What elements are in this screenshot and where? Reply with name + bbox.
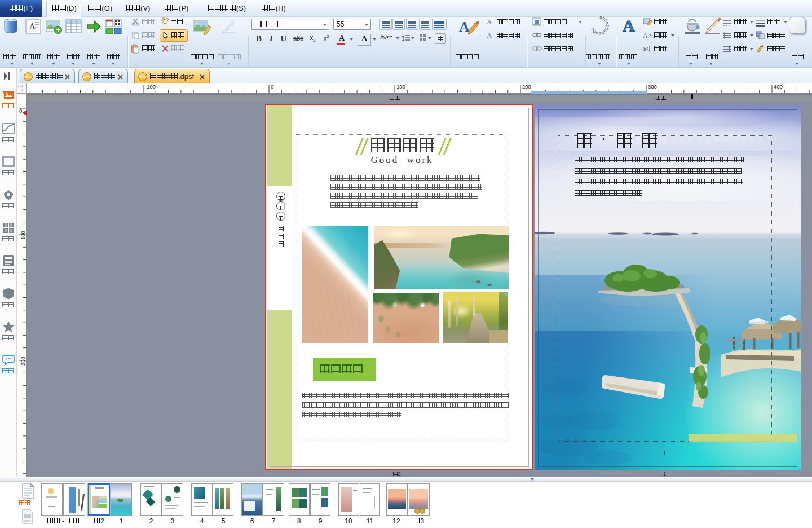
svg-text:A: A	[487, 17, 492, 25]
svg-text:A: A	[623, 16, 635, 35]
svg-text:100: 100	[396, 83, 405, 90]
svg-text:abcabcabcabc: abcabcabcabc	[590, 16, 609, 35]
svg-text:100: 100	[20, 231, 26, 240]
svg-text:A: A	[487, 31, 492, 39]
svg-text:-100: -100	[145, 83, 156, 90]
svg-text:A: A	[459, 19, 470, 35]
svg-text:200: 200	[522, 83, 531, 90]
svg-text:400: 400	[774, 83, 783, 90]
svg-text:A: A	[643, 32, 648, 39]
svg-text:0: 0	[271, 83, 273, 90]
svg-text:200: 200	[20, 357, 26, 366]
svg-text:300: 300	[648, 83, 657, 90]
svg-text:b²: b²	[643, 46, 648, 52]
svg-text:A: A	[29, 22, 36, 30]
